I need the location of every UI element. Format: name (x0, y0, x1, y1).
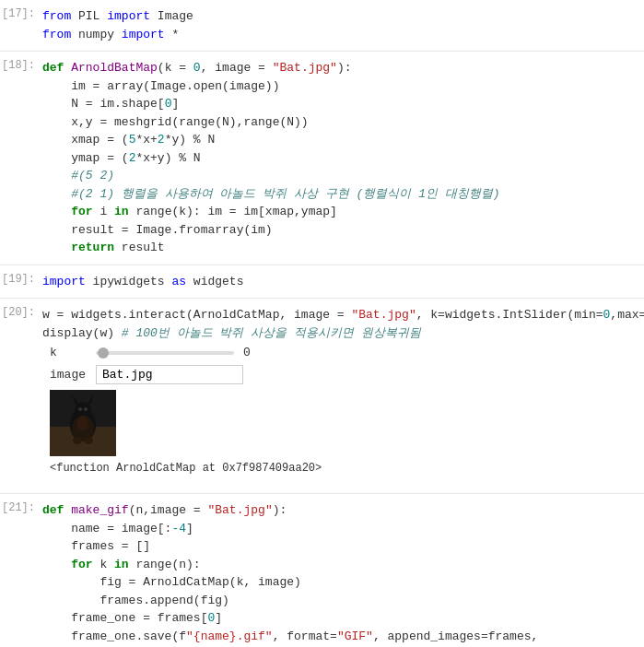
cell-content-21: def make_gif(n,image = "Bat.jpg"): name … (42, 498, 644, 647)
code-line: #(5 2) (42, 167, 638, 185)
code-line: frames.append(fig) (42, 592, 638, 610)
code-line: fig = ArnoldCatMap(k, image) (42, 573, 638, 592)
function-reference: <function ArnoldCatMap at 0x7f987409aa20… (42, 462, 644, 478)
code-line: from PIL import Image (42, 7, 638, 26)
code-line: def ArnoldBatMap(k = 0, image = "Bat.jpg… (42, 59, 638, 77)
code-line: result = Image.fromarray(im) (42, 221, 638, 240)
cell-21: [21]: def make_gif(n,image = "Bat.jpg"):… (0, 494, 644, 647)
code-line: x,y = meshgrid(range(N),range(N)) (42, 113, 638, 132)
svg-point-9 (73, 437, 82, 444)
slider-value: 0 (243, 346, 251, 359)
image-input-row: image (42, 365, 644, 384)
cell-18: [18]: def ArnoldBatMap(k = 0, image = "B… (0, 52, 644, 265)
code-line: frames = [] (42, 537, 638, 556)
code-line: frame_one = frames[0] (42, 609, 638, 628)
cell-19: [19]: import ipywidgets as widgets (0, 265, 644, 300)
cell-content-17: from PIL import Image from numpy import … (42, 4, 644, 47)
code-line: for i in range(k): im = im[xmap,ymap] (42, 203, 638, 221)
cell-number-19: [19]: (0, 269, 42, 295)
image-input[interactable] (96, 365, 243, 384)
slider-label: k (50, 346, 96, 359)
bat-image (50, 390, 116, 456)
cell-content-20: w = widgets.interact(ArnoldCatMap, image… (42, 302, 644, 489)
code-line: xmap = (5*x+2*y) % N (42, 131, 638, 149)
cell-number-18: [18]: (0, 55, 42, 261)
code-line: from numpy import * (42, 26, 638, 44)
code-line: frame_one.save(f"{name}.gif", format="GI… (42, 628, 638, 646)
code-line: #(2 1) 행렬을 사용하여 아놀드 박쥐 사상 구현 (행렬식이 1인 대칭… (42, 185, 638, 204)
k-slider[interactable] (96, 351, 234, 355)
widget-output-area: k 0 image (42, 342, 644, 486)
notebook: [17]: from PIL import Image from numpy i… (0, 0, 644, 647)
code-line: for k in range(n): (42, 556, 638, 574)
svg-point-11 (77, 416, 88, 430)
image-label: image (50, 368, 96, 382)
code-line: display(w) # 100번 아놀드 박쥐 사상을 적용시키면 원상복귀됨 (42, 324, 644, 343)
code-line: return result (42, 239, 638, 257)
cell-content-18: def ArnoldBatMap(k = 0, image = "Bat.jpg… (42, 55, 644, 261)
bat-image-container (42, 390, 644, 456)
code-line: def make_gif(n,image = "Bat.jpg"): (42, 501, 638, 520)
svg-point-6 (78, 407, 82, 411)
slider-thumb (98, 347, 109, 359)
cell-20: [20]: w = widgets.interact(ArnoldCatMap,… (0, 299, 644, 494)
cell-number-20: [20]: (0, 302, 42, 489)
code-line: N = im.shape[0] (42, 95, 638, 113)
code-line: name = image[:-4] (42, 520, 638, 538)
svg-point-7 (84, 407, 88, 411)
code-line: w = widgets.interact(ArnoldCatMap, image… (42, 306, 644, 324)
cell-17: [17]: from PIL import Image from numpy i… (0, 0, 644, 52)
slider-row: k 0 (42, 346, 644, 359)
cell-number-21: [21]: (0, 498, 42, 647)
svg-point-10 (84, 437, 93, 444)
code-line: im = array(Image.open(image)) (42, 77, 638, 96)
code-line: ymap = (2*x+y) % N (42, 149, 638, 168)
cell-content-19: import ipywidgets as widgets (42, 269, 644, 295)
code-line: import ipywidgets as widgets (42, 273, 638, 291)
cell-number-17: [17]: (0, 4, 42, 47)
